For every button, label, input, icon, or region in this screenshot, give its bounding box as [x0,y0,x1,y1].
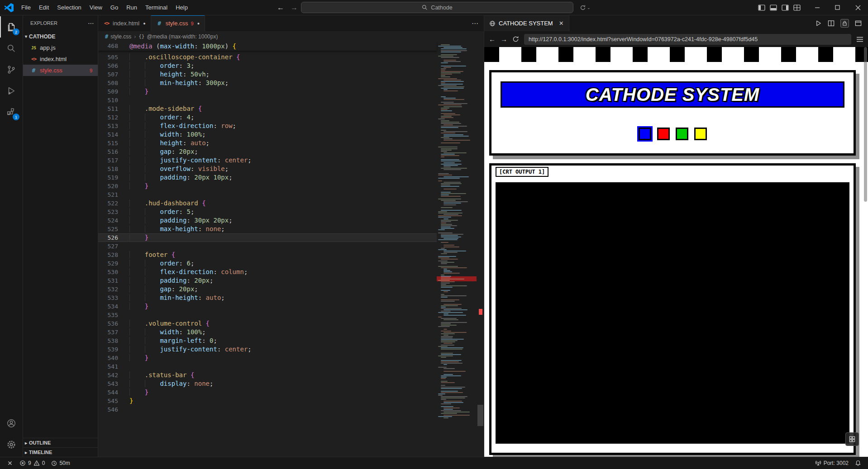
run-icon[interactable] [815,20,822,27]
browser-scrollbar[interactable] [864,47,867,202]
close-window-button[interactable] [848,0,868,15]
code-line-521[interactable]: 521 [98,190,437,199]
menu-file[interactable]: File [17,2,35,13]
code-line-508[interactable]: 508 min-height: 300px; [98,79,437,87]
color-swatch-green[interactable] [676,128,688,140]
activitybar-settings[interactable] [0,434,23,455]
forward-arrow-icon[interactable]: → [291,4,298,12]
code-line-538[interactable]: 538 margin-left: 0; [98,336,437,345]
editor-scrollbar[interactable] [477,405,483,426]
code-line-515[interactable]: 515 height: auto; [98,139,437,147]
browser-back-icon[interactable]: ← [489,35,496,43]
file-app-js[interactable]: JSapp.js [23,42,98,53]
menu-run[interactable]: Run [122,2,141,13]
activitybar-source-control[interactable] [0,59,23,80]
code-line-517[interactable]: 517 justify-content: center; [98,156,437,165]
code-line-522[interactable]: 522 .hud-dashboard { [98,199,437,208]
customize-layout-icon[interactable] [793,5,801,11]
outline-section[interactable]: ▸ OUTLINE [23,438,98,447]
color-swatch-red[interactable] [657,128,670,140]
code-line-529[interactable]: 529 order: 6; [98,259,437,268]
activitybar-run-debug[interactable] [0,80,23,101]
browser-reload-icon[interactable] [512,36,519,43]
code-line-514[interactable]: 514 width: 100%; [98,130,437,139]
activitybar-extensions[interactable]: 1 [0,101,23,123]
preview-icon[interactable] [855,20,862,27]
lock-icon[interactable] [840,19,849,28]
code-line-505[interactable]: 505 .oscilloscope-container { [98,53,437,62]
code-line-530[interactable]: 530 flex-direction: column; [98,268,437,276]
code-line-526[interactable]: 526 } [98,233,437,242]
code-line-545[interactable]: 545} [98,397,437,405]
minimize-button[interactable] [807,0,827,15]
code-editor[interactable]: 468@media (max-width: 1000px) { 505 .osc… [98,42,484,457]
folder-section-cathode[interactable]: ▾ CATHODE [23,31,98,42]
menu-go[interactable]: Go [106,2,122,13]
code-line-525[interactable]: 525 max-height: none; [98,225,437,233]
refresh-dropdown-icon[interactable]: ⌄ [580,0,591,15]
code-line-509[interactable]: 509 } [98,87,437,96]
tab-index-html[interactable]: <>index.html● [98,15,151,31]
code-line-519[interactable]: 519 padding: 20px 10px; [98,173,437,182]
problems-indicator[interactable]: 9 0 [16,458,48,469]
tab-style-css[interactable]: #style.css9● [151,15,205,31]
url-input[interactable]: http://127.0.0.1:3002/index.html?serverW… [524,34,851,45]
code-line-531[interactable]: 531 padding: 20px; [98,276,437,285]
code-line-520[interactable]: 520 } [98,182,437,190]
color-swatch-yellow[interactable] [694,128,707,140]
toggle-secondary-sidebar-icon[interactable] [782,5,789,11]
code-line-523[interactable]: 523 order: 5; [98,208,437,216]
menu-help[interactable]: Help [172,2,192,13]
toggle-sidebar-icon[interactable] [758,5,765,11]
maximize-button[interactable] [827,0,848,15]
code-line-537[interactable]: 537 width: 100%; [98,328,437,336]
split-editor-icon[interactable] [828,20,835,27]
code-line-516[interactable]: 516 gap: 20px; [98,147,437,156]
code-line-535[interactable]: 535 [98,311,437,319]
activitybar-search[interactable] [0,38,23,59]
menu-edit[interactable]: Edit [35,2,53,13]
breadcrumb-item[interactable]: #style.css [105,33,131,40]
code-line-544[interactable]: 544 } [98,388,437,397]
file-style-css[interactable]: #style.css9 [23,65,98,76]
code-line-524[interactable]: 524 padding: 30px 20px; [98,216,437,225]
tab-cathode-system[interactable]: CATHODE SYSTEM ✕ [484,15,569,31]
code-line-541[interactable]: 541 [98,362,437,371]
code-line-518[interactable]: 518 overflow: visible; [98,165,437,173]
minimap[interactable] [437,42,477,457]
menu-terminal[interactable]: Terminal [141,2,172,13]
remote-indicator[interactable] [4,458,16,469]
menu-view[interactable]: View [86,2,106,13]
code-line-536[interactable]: 536 .volume-control { [98,319,437,328]
activitybar-account[interactable] [0,412,23,434]
code-line-506[interactable]: 506 order: 3; [98,62,437,70]
code-line-527[interactable]: 527 [98,242,437,251]
activitybar-explorer[interactable]: 2 [0,16,23,38]
back-arrow-icon[interactable]: ← [277,4,284,12]
browser-menu-icon[interactable] [856,36,863,43]
toggle-panel-icon[interactable] [770,5,777,11]
code-line-543[interactable]: 543 display: none; [98,379,437,388]
port-indicator[interactable]: Port: 3002 [812,458,852,469]
code-line-532[interactable]: 532 gap: 20px; [98,285,437,294]
code-line-511[interactable]: 511 .mode-sidebar { [98,104,437,113]
browser-forward-icon[interactable]: → [501,35,507,43]
timeline-section[interactable]: ▸ TIMELINE [23,447,98,457]
code-line-513[interactable]: 513 flex-direction: row; [98,122,437,130]
explorer-more-actions-icon[interactable]: ⋯ [88,19,94,27]
command-center[interactable]: Cathode [301,2,573,13]
code-line-534[interactable]: 534 } [98,302,437,311]
file-index-html[interactable]: <>index.html [23,53,98,65]
code-line-528[interactable]: 528 footer { [98,251,437,259]
code-line-542[interactable]: 542 .status-bar { [98,371,437,379]
sticky-scroll-line[interactable]: 468@media (max-width: 1000px) { [98,42,437,51]
code-line-539[interactable]: 539 justify-content: center; [98,345,437,354]
menu-selection[interactable]: Selection [53,2,85,13]
open-in-editor-button[interactable] [845,432,859,446]
color-swatch-blue[interactable] [639,128,651,140]
code-line-540[interactable]: 540 } [98,354,437,362]
code-line-510[interactable]: 510 [98,96,437,104]
code-line-507[interactable]: 507 height: 50vh; [98,70,437,79]
code-line-512[interactable]: 512 order: 4; [98,113,437,122]
notifications-bell[interactable] [852,458,864,469]
